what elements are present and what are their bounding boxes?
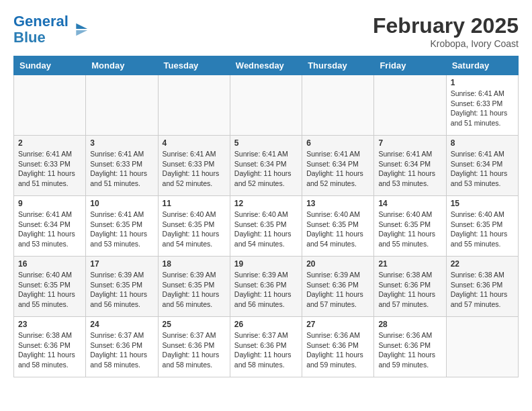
calendar-empty [14,75,86,136]
location-subtitle: Krobopa, Ivory Coast [373,38,519,49]
day-number: 14 [378,199,441,208]
svg-marker-1 [76,30,87,36]
day-number: 16 [18,259,81,269]
day-info: Sunrise: 6:40 AM Sunset: 6:35 PM Dayligh… [234,210,298,249]
calendar-table: SundayMondayTuesdayWednesdayThursdayFrid… [13,56,519,377]
day-number: 4 [163,138,226,148]
calendar-day: 16Sunrise: 6:40 AM Sunset: 6:35 PM Dayli… [14,257,86,317]
day-info: Sunrise: 6:41 AM Sunset: 6:35 PM Dayligh… [90,210,153,249]
day-info: Sunrise: 6:37 AM Sunset: 6:36 PM Dayligh… [234,330,298,370]
calendar-day: 6Sunrise: 6:41 AM Sunset: 6:34 PM Daylig… [302,136,374,196]
day-info: Sunrise: 6:39 AM Sunset: 6:36 PM Dayligh… [234,270,298,310]
day-info: Sunrise: 6:41 AM Sunset: 6:34 PM Dayligh… [18,210,81,249]
weekday-header: Thursday [302,56,374,75]
day-number: 20 [306,259,369,269]
day-info: Sunrise: 6:38 AM Sunset: 6:36 PM Dayligh… [18,330,81,370]
calendar-day: 23Sunrise: 6:38 AM Sunset: 6:36 PM Dayli… [14,317,86,377]
svg-marker-0 [76,24,87,29]
calendar-day: 15Sunrise: 6:40 AM Sunset: 6:35 PM Dayli… [446,196,518,257]
day-number: 19 [234,259,298,269]
day-info: Sunrise: 6:40 AM Sunset: 6:35 PM Dayligh… [451,210,514,249]
day-number: 3 [90,138,153,148]
calendar-day: 7Sunrise: 6:41 AM Sunset: 6:34 PM Daylig… [374,136,446,196]
calendar-empty [374,75,446,136]
calendar-day: 28Sunrise: 6:36 AM Sunset: 6:36 PM Dayli… [374,317,446,377]
day-number: 22 [451,259,514,269]
day-info: Sunrise: 6:39 AM Sunset: 6:35 PM Dayligh… [163,270,226,310]
calendar-day: 4Sunrise: 6:41 AM Sunset: 6:33 PM Daylig… [158,136,230,196]
logo-icon [70,20,89,39]
weekday-header: Sunday [14,56,86,75]
day-info: Sunrise: 6:38 AM Sunset: 6:36 PM Dayligh… [451,270,514,310]
day-number: 15 [451,199,514,208]
weekday-header: Wednesday [230,56,302,75]
day-number: 23 [18,320,81,329]
day-number: 26 [234,320,298,329]
calendar-empty [158,75,230,136]
day-number: 6 [306,138,369,148]
day-number: 25 [163,320,226,329]
calendar-day: 1Sunrise: 6:41 AM Sunset: 6:33 PM Daylig… [446,75,518,136]
day-info: Sunrise: 6:36 AM Sunset: 6:36 PM Dayligh… [306,330,369,370]
calendar-day: 25Sunrise: 6:37 AM Sunset: 6:36 PM Dayli… [158,317,230,377]
page-header: General Blue February 2025 Krobopa, Ivor… [13,13,519,49]
calendar-day: 9Sunrise: 6:41 AM Sunset: 6:34 PM Daylig… [14,196,86,257]
day-info: Sunrise: 6:40 AM Sunset: 6:35 PM Dayligh… [18,270,81,310]
day-number: 2 [18,138,81,148]
day-info: Sunrise: 6:39 AM Sunset: 6:36 PM Dayligh… [306,270,369,310]
weekday-header: Saturday [446,56,518,75]
day-info: Sunrise: 6:37 AM Sunset: 6:36 PM Dayligh… [90,330,153,370]
day-info: Sunrise: 6:39 AM Sunset: 6:35 PM Dayligh… [90,270,153,310]
calendar-day: 22Sunrise: 6:38 AM Sunset: 6:36 PM Dayli… [446,257,518,317]
calendar-day: 17Sunrise: 6:39 AM Sunset: 6:35 PM Dayli… [86,257,158,317]
day-info: Sunrise: 6:41 AM Sunset: 6:34 PM Dayligh… [234,149,298,189]
weekday-header: Monday [86,56,158,75]
day-info: Sunrise: 6:41 AM Sunset: 6:34 PM Dayligh… [378,149,441,189]
calendar-day: 5Sunrise: 6:41 AM Sunset: 6:34 PM Daylig… [230,136,302,196]
day-number: 10 [90,199,153,208]
day-number: 18 [163,259,226,269]
weekday-header: Tuesday [158,56,230,75]
day-number: 12 [234,199,298,208]
day-info: Sunrise: 6:40 AM Sunset: 6:35 PM Dayligh… [378,210,441,249]
calendar-day: 8Sunrise: 6:41 AM Sunset: 6:34 PM Daylig… [446,136,518,196]
calendar-day: 19Sunrise: 6:39 AM Sunset: 6:36 PM Dayli… [230,257,302,317]
day-number: 8 [451,138,514,148]
calendar-empty [302,75,374,136]
calendar-day: 3Sunrise: 6:41 AM Sunset: 6:33 PM Daylig… [86,136,158,196]
logo-text: General Blue [13,13,69,46]
day-info: Sunrise: 6:40 AM Sunset: 6:35 PM Dayligh… [163,210,226,249]
day-number: 5 [234,138,298,148]
day-number: 21 [378,259,441,269]
calendar-empty [86,75,158,136]
day-info: Sunrise: 6:41 AM Sunset: 6:33 PM Dayligh… [18,149,81,189]
calendar-day: 12Sunrise: 6:40 AM Sunset: 6:35 PM Dayli… [230,196,302,257]
day-info: Sunrise: 6:38 AM Sunset: 6:36 PM Dayligh… [378,270,441,310]
day-info: Sunrise: 6:41 AM Sunset: 6:34 PM Dayligh… [451,149,514,189]
day-info: Sunrise: 6:41 AM Sunset: 6:33 PM Dayligh… [90,149,153,189]
day-number: 24 [90,320,153,329]
day-number: 17 [90,259,153,269]
month-year-title: February 2025 [373,13,519,38]
day-number: 1 [451,78,514,87]
day-number: 28 [378,320,441,329]
calendar-day: 24Sunrise: 6:37 AM Sunset: 6:36 PM Dayli… [86,317,158,377]
calendar-day: 20Sunrise: 6:39 AM Sunset: 6:36 PM Dayli… [302,257,374,317]
calendar-day: 2Sunrise: 6:41 AM Sunset: 6:33 PM Daylig… [14,136,86,196]
title-block: February 2025 Krobopa, Ivory Coast [373,13,519,49]
calendar-empty [446,317,518,377]
day-number: 27 [306,320,369,329]
day-info: Sunrise: 6:41 AM Sunset: 6:33 PM Dayligh… [163,149,226,189]
day-number: 9 [18,199,81,208]
day-number: 11 [163,199,226,208]
calendar-day: 14Sunrise: 6:40 AM Sunset: 6:35 PM Dayli… [374,196,446,257]
day-info: Sunrise: 6:41 AM Sunset: 6:33 PM Dayligh… [451,89,514,128]
calendar-day: 11Sunrise: 6:40 AM Sunset: 6:35 PM Dayli… [158,196,230,257]
calendar-day: 13Sunrise: 6:40 AM Sunset: 6:35 PM Dayli… [302,196,374,257]
calendar-day: 27Sunrise: 6:36 AM Sunset: 6:36 PM Dayli… [302,317,374,377]
day-info: Sunrise: 6:36 AM Sunset: 6:36 PM Dayligh… [378,330,441,370]
calendar-day: 18Sunrise: 6:39 AM Sunset: 6:35 PM Dayli… [158,257,230,317]
day-info: Sunrise: 6:40 AM Sunset: 6:35 PM Dayligh… [306,210,369,249]
calendar-day: 26Sunrise: 6:37 AM Sunset: 6:36 PM Dayli… [230,317,302,377]
calendar-day: 21Sunrise: 6:38 AM Sunset: 6:36 PM Dayli… [374,257,446,317]
